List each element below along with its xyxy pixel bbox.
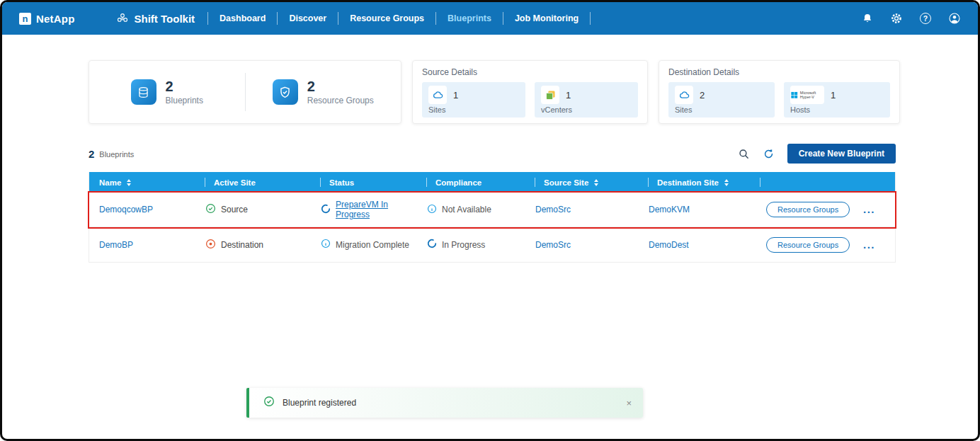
sort-icon[interactable] [594, 179, 598, 186]
source-site-link[interactable]: DemoSrc [535, 240, 571, 250]
nav-item-dashboard[interactable]: Dashboard [207, 12, 278, 25]
cloud-icon [675, 86, 693, 104]
toast-message: Blueprint registered [283, 398, 356, 408]
column-header-destination-site[interactable]: Destination Site [639, 172, 751, 193]
compliance-cell: In Progress [417, 239, 525, 251]
navbar-actions: ? [861, 12, 961, 25]
source-sites-tile[interactable]: 1 Sites [422, 82, 525, 118]
counts-card: 2 Blueprints 2 Resource Groups [89, 60, 401, 124]
table-row[interactable]: DemoBP Destination Migration Complete [89, 227, 895, 262]
column-header-active-site[interactable]: Active Site [195, 172, 311, 193]
source-site-link[interactable]: DemoSrc [535, 205, 571, 214]
row-more-menu-button[interactable]: ... [863, 207, 875, 212]
column-header-compliance[interactable]: Compliance [417, 172, 525, 193]
create-new-blueprint-button[interactable]: Create New Blueprint [787, 144, 896, 164]
destination-hosts-tile[interactable]: Microsoft Hyper-V 1 Hosts [784, 82, 890, 118]
info-icon [321, 239, 331, 251]
blueprint-name-cell: DemoBP [89, 240, 195, 250]
netapp-wordmark: NetApp [36, 13, 75, 25]
sort-icon[interactable] [127, 179, 131, 186]
nav-item-blueprints[interactable]: Blueprints [436, 12, 503, 25]
toast-notification: Blueprint registered × [246, 388, 643, 418]
cloud-icon [428, 86, 447, 104]
in-progress-spinner-icon [427, 239, 437, 251]
compliance-cell: Not Available [417, 204, 525, 216]
source-sites-count: 1 [453, 90, 519, 101]
destination-sites-count: 2 [700, 90, 768, 101]
destination-sites-tile[interactable]: 2 Sites [668, 82, 775, 118]
check-circle-icon [205, 203, 216, 216]
blueprints-count-block[interactable]: 2 Blueprints [89, 79, 245, 105]
source-sites-label: Sites [428, 105, 519, 115]
resource-groups-shield-icon [273, 79, 298, 105]
netapp-mark-icon: n [19, 13, 31, 25]
app-title: Shift Toolkit [135, 13, 195, 25]
main-nav: Dashboard Discover Resource Groups Bluep… [207, 11, 591, 25]
destination-details-panel: Destination Details 2 Sites [659, 60, 900, 124]
notifications-bell-icon[interactable] [861, 12, 874, 25]
destination-circle-icon [205, 239, 216, 251]
hyperv-caption: Microsoft Hyper-V [800, 91, 824, 100]
source-details-title: Source Details [422, 67, 638, 77]
source-vcenters-label: vCenters [541, 105, 632, 115]
column-header-name[interactable]: Name [89, 172, 195, 193]
app-window: n NetApp Shift Toolkit Dashboard Discove… [0, 0, 980, 441]
help-icon[interactable]: ? [919, 12, 932, 25]
refresh-icon[interactable] [763, 147, 775, 160]
blueprints-table: Name Active Site Status Compliance Sourc… [89, 172, 896, 263]
actions-cell: Resource Groups ... [751, 202, 895, 217]
netapp-logo[interactable]: n NetApp [19, 13, 75, 25]
destination-hosts-count: 1 [831, 90, 884, 101]
vcenter-icon [541, 86, 559, 104]
active-site-cell: Destination [195, 239, 311, 251]
column-header-source-site[interactable]: Source Site [525, 172, 639, 193]
destination-site-link[interactable]: DemoDest [649, 240, 689, 250]
row-more-menu-button[interactable]: ... [863, 243, 875, 247]
table-row[interactable]: DemoqcowBP Source PrepareVM In Progress [89, 193, 895, 227]
blueprints-section-header: 2 Blueprints Create New Blueprint [89, 144, 896, 164]
destination-hosts-label: Hosts [790, 105, 884, 115]
status-cell: PrepareVM In Progress [311, 200, 417, 219]
account-icon[interactable] [948, 12, 961, 25]
source-vcenters-count: 1 [566, 90, 632, 101]
table-header: Name Active Site Status Compliance Sourc… [89, 172, 895, 193]
source-site-cell: DemoSrc [525, 240, 639, 250]
toast-check-icon [263, 396, 275, 410]
in-progress-spinner-icon [321, 204, 331, 216]
toast-close-icon[interactable]: × [626, 398, 632, 408]
source-details-panel: Source Details 1 Sites [412, 60, 648, 124]
top-navbar: n NetApp Shift Toolkit Dashboard Discove… [2, 2, 978, 35]
destination-site-cell: DemoDest [639, 240, 751, 250]
blueprints-database-icon [131, 79, 156, 105]
source-vcenters-tile[interactable]: 1 vCenters [535, 82, 638, 118]
blueprints-section-title: Blueprints [99, 150, 134, 159]
status-cell: Migration Complete [311, 239, 417, 251]
shift-toolkit-logo[interactable]: Shift Toolkit [116, 12, 208, 25]
actions-cell: Resource Groups ... [751, 237, 895, 253]
destination-details-title: Destination Details [668, 67, 890, 77]
settings-gear-icon[interactable] [890, 12, 903, 25]
active-site-cell: Source [195, 203, 311, 216]
nav-item-discover[interactable]: Discover [278, 12, 338, 25]
column-header-status[interactable]: Status [311, 172, 417, 193]
info-icon [427, 204, 437, 216]
sort-icon[interactable] [724, 179, 729, 186]
resource-groups-count-block[interactable]: 2 Resource Groups [246, 79, 401, 105]
status-link[interactable]: PrepareVM In Progress [336, 200, 417, 219]
destination-site-link[interactable]: DemoKVM [649, 205, 690, 214]
source-site-cell: DemoSrc [525, 205, 639, 214]
resource-groups-count-label: Resource Groups [307, 96, 374, 105]
resource-groups-button[interactable]: Resource Groups [766, 237, 850, 253]
destination-sites-label: Sites [675, 105, 768, 115]
summary-cards: 2 Blueprints 2 Resource Groups S [89, 60, 896, 124]
blueprint-name-link[interactable]: DemoqcowBP [99, 205, 153, 214]
blueprints-count: 2 [166, 79, 203, 94]
nav-item-job-monitoring[interactable]: Job Monitoring [503, 12, 591, 25]
blueprints-section-count: 2 [89, 148, 94, 160]
blueprint-name-link[interactable]: DemoBP [99, 240, 133, 250]
resource-groups-button[interactable]: Resource Groups [766, 202, 850, 217]
destination-site-cell: DemoKVM [639, 205, 751, 214]
search-icon[interactable] [738, 147, 751, 160]
nav-item-resource-groups[interactable]: Resource Groups [338, 12, 436, 25]
blueprints-count-label: Blueprints [166, 96, 203, 105]
